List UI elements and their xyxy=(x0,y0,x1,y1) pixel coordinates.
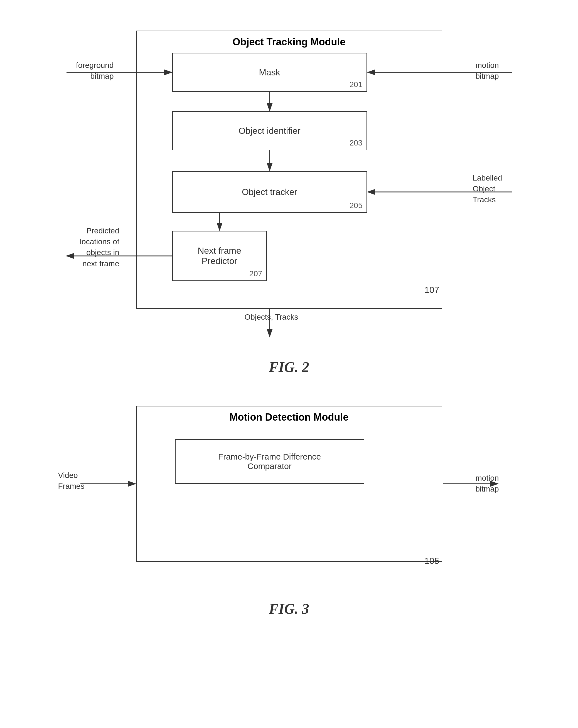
fig2-diagram: Object Tracking Module Mask 201 Object i… xyxy=(53,17,526,350)
fig2-caption: FIG. 2 xyxy=(53,359,526,375)
fig3-diagram: Motion Detection Module Frame-by-Frame D… xyxy=(53,397,526,592)
object-identifier-num: 203 xyxy=(350,138,362,148)
frame-comparator-label: Frame-by-Frame DifferenceComparator xyxy=(218,452,321,471)
object-tracker-box: Object tracker 205 xyxy=(172,171,367,213)
mask-num: 201 xyxy=(350,80,362,89)
motion-detection-module-title: Motion Detection Module xyxy=(230,411,349,423)
motion-bitmap-label: motion bitmap xyxy=(476,473,520,494)
next-frame-predictor-label: Next framePredictor xyxy=(198,245,241,266)
object-identifier-box: Object identifier 203 xyxy=(172,111,367,150)
labelled-object-tracks-label: Labelled Object Tracks xyxy=(473,173,520,205)
motion-detection-module-box: Motion Detection Module xyxy=(136,406,442,562)
object-identifier-label: Object identifier xyxy=(238,126,300,136)
module-num-105: 105 xyxy=(424,555,439,567)
next-frame-predictor-num: 207 xyxy=(249,269,262,278)
object-tracker-num: 205 xyxy=(350,201,362,210)
fig3-caption: FIG. 3 xyxy=(53,601,526,617)
mask-label: Mask xyxy=(259,67,280,78)
frame-comparator-box: Frame-by-Frame DifferenceComparator xyxy=(175,439,364,484)
next-frame-predictor-box: Next framePredictor 207 xyxy=(172,231,267,281)
predicted-locations-label: Predicted locations of objects in next f… xyxy=(58,225,119,269)
mask-box: Mask 201 xyxy=(172,53,367,92)
module-num-107: 107 xyxy=(424,284,439,296)
objects-tracks-label: Objects, Tracks xyxy=(245,312,298,322)
foreground-bitmap-label: foreground bitmap xyxy=(58,60,114,81)
object-tracking-module-title: Object Tracking Module xyxy=(232,36,345,48)
motion-bitmap-top-label: motion bitmap xyxy=(476,60,520,81)
object-tracker-label: Object tracker xyxy=(242,187,297,197)
video-frames-label: Video Frames xyxy=(58,470,97,492)
